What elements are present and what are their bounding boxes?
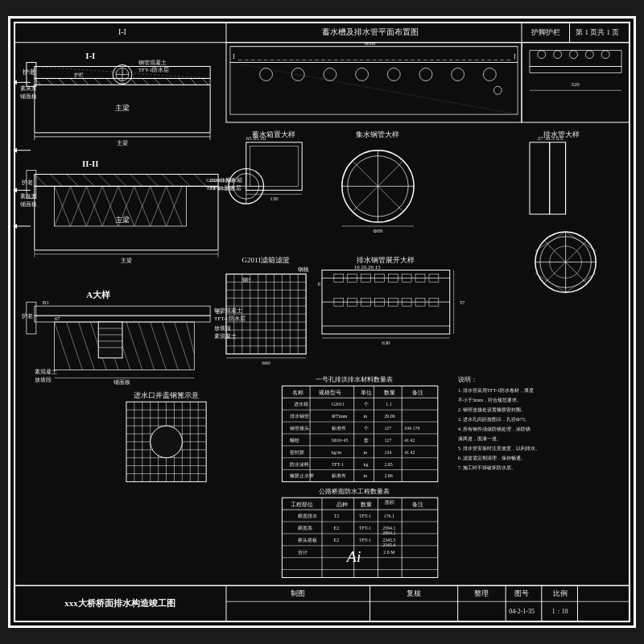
svg-text:品种: 品种 [336, 502, 348, 508]
svg-text:钢管接头: 钢管接头 [289, 425, 309, 431]
svg-text:钢板: 钢板 [297, 266, 309, 273]
svg-text:主梁: 主梁 [121, 258, 132, 264]
svg-text:规格型号: 规格型号 [319, 390, 341, 396]
svg-text:8: 8 [318, 281, 321, 287]
svg-text:复核: 复核 [407, 589, 421, 597]
svg-text:I: I [514, 53, 516, 60]
svg-text:2894.1: 2894.1 [382, 530, 395, 535]
svg-text:护脚护栏: 护脚护栏 [530, 28, 560, 36]
svg-text:桥面排水: 桥面排水 [297, 514, 317, 518]
svg-text:排水钢管: 排水钢管 [290, 414, 309, 419]
svg-text:II-II: II-II [82, 159, 99, 168]
svg-text:m: m [364, 473, 368, 478]
svg-text:备注: 备注 [412, 390, 423, 396]
svg-text:标准件: 标准件 [331, 473, 346, 478]
svg-text:G2011滤箱滤篮: G2011滤箱滤篮 [242, 256, 291, 264]
svg-text:一号孔排洪排水材料数量表: 一号孔排洪排水材料数量表 [316, 376, 393, 383]
svg-text:kg: kg [364, 462, 369, 467]
svg-text:主梁: 主梁 [115, 216, 130, 224]
svg-text:41 42: 41 42 [404, 438, 415, 443]
svg-text:面积: 面积 [385, 500, 394, 505]
svg-text:176.1: 176.1 [384, 514, 394, 518]
svg-text:kg/m: kg/m [332, 450, 342, 455]
svg-text:127: 127 [384, 426, 391, 431]
svg-text:漆两道，面漆一道。: 漆两道，面漆一道。 [458, 436, 502, 441]
svg-text:TFT-1: TFT-1 [332, 462, 344, 467]
svg-text:2.85: 2.85 [384, 462, 392, 467]
svg-text:I: I [233, 53, 235, 60]
svg-text:5. 排水管安装时注意坡度，以利排水。: 5. 排水管安装时注意坡度，以利排水。 [458, 445, 540, 451]
svg-text:螺栓: 螺栓 [290, 438, 299, 443]
svg-text:套: 套 [364, 438, 369, 443]
svg-text:2 8 M: 2 8 M [383, 550, 395, 555]
svg-text:41 42: 41 42 [404, 450, 415, 455]
svg-text:630: 630 [382, 340, 390, 346]
svg-text:1.1: 1.1 [386, 402, 391, 407]
svg-text:127: 127 [384, 438, 391, 443]
svg-text:放坡段: 放坡段 [214, 325, 231, 332]
svg-text:钢管混凝土: 钢管混凝土 [213, 308, 242, 314]
svg-text:660: 660 [262, 360, 270, 366]
svg-text:制图: 制图 [291, 589, 305, 597]
svg-rect-221 [98, 322, 122, 358]
svg-text:TFT-1: TFT-1 [359, 514, 371, 518]
svg-text:TFT-1防水层: TFT-1防水层 [138, 67, 169, 73]
svg-text:2345.6: 2345.6 [382, 543, 395, 547]
svg-text:7. 施工时不得破坏防水层。: 7. 施工时不得破坏防水层。 [458, 464, 516, 470]
svg-text:个: 个 [364, 402, 369, 407]
svg-text:G2011: G2011 [332, 402, 345, 407]
svg-text:公路桥面防水工程数量表: 公路桥面防水工程数量表 [319, 488, 390, 495]
svg-text:TFT-1防水层: TFT-1防水层 [206, 185, 233, 191]
svg-text:护老: 护老 [21, 313, 33, 320]
svg-text:素灰浆: 素灰浆 [20, 193, 37, 200]
svg-text:防水涂料: 防水涂料 [290, 462, 309, 467]
svg-text:密封胶: 密封胶 [290, 449, 304, 455]
svg-text:1. 排水管采用TFT-1防水卷材，厚度: 1. 排水管采用TFT-1防水卷材，厚度 [458, 387, 535, 393]
svg-text:图号: 图号 [514, 589, 529, 597]
svg-text:TFT-1: TFT-1 [359, 538, 371, 543]
svg-text:TFT-1: TFT-1 [359, 526, 371, 530]
svg-text:整理: 整理 [474, 589, 489, 597]
svg-text:8000: 8000 [365, 40, 376, 47]
svg-text:I-I: I-I [118, 27, 126, 36]
svg-text:蓄水槽及排水管平面布置图: 蓄水槽及排水管平面布置图 [322, 27, 419, 36]
svg-text:Φ75mm: Φ75mm [332, 414, 348, 419]
svg-text:130: 130 [270, 196, 279, 202]
svg-text:主梁: 主梁 [117, 140, 128, 147]
svg-text:67: 67 [55, 316, 60, 322]
svg-text:进水口井盖钢篦示意: 进水口井盖钢篦示意 [134, 391, 199, 399]
svg-text:素混凝土: 素混凝土 [214, 333, 237, 340]
svg-text:E2: E2 [334, 538, 340, 543]
svg-text:护栏: 护栏 [73, 72, 84, 77]
svg-text:2. 钢管连接处设置橡胶密封圈。: 2. 钢管连接处设置橡胶密封圈。 [458, 407, 526, 412]
svg-text:说明：: 说明： [458, 376, 477, 383]
svg-text:E2: E2 [334, 526, 340, 530]
svg-text:A大样: A大样 [86, 290, 111, 299]
svg-text:I-I: I-I [85, 51, 95, 60]
svg-text:Ai: Ai [345, 547, 361, 565]
svg-text:Φ89: Φ89 [373, 228, 383, 234]
svg-text:合计: 合计 [298, 550, 308, 555]
svg-text:素灰浆: 素灰浆 [20, 85, 37, 92]
svg-text:6. 滤篮需定期清理，保持畅通。: 6. 滤篮需定期清理，保持畅通。 [458, 455, 526, 460]
svg-text:比例: 比例 [553, 589, 568, 597]
svg-text:个: 个 [364, 426, 369, 431]
svg-text:工程部位: 工程部位 [291, 502, 313, 508]
svg-text:04-2-1-35: 04-2-1-35 [509, 608, 535, 615]
svg-text:钢管混凝土: 钢管混凝土 [138, 60, 167, 66]
svg-text:m: m [364, 450, 368, 455]
svg-text:橡胶止水带: 橡胶止水带 [290, 473, 314, 478]
drawing-container: I-I 蓄水槽及排水管平面布置图 护脚护栏 第 1 页共 1 页 I-I 护老 [8, 16, 636, 628]
svg-text:134: 134 [384, 450, 391, 455]
svg-text:27  38.5  9.5: 27 38.5 9.5 [538, 135, 564, 142]
svg-text:钢7: 钢7 [242, 277, 251, 283]
svg-text:桥面系: 桥面系 [297, 526, 312, 530]
svg-text:集水钢管大样: 集水钢管大样 [356, 130, 399, 138]
svg-text:主梁: 主梁 [115, 104, 130, 112]
svg-text:不小于3mm，符合规范要求。: 不小于3mm，符合规范要求。 [458, 397, 522, 402]
svg-text:320: 320 [571, 81, 580, 88]
svg-text:3. 进水孔间距按图示，孔径Φ75。: 3. 进水孔间距按图示，孔径Φ75。 [458, 416, 530, 422]
svg-text:铺面板: 铺面板 [113, 379, 130, 386]
svg-text:名称: 名称 [292, 390, 303, 396]
svg-text:进水箱: 进水箱 [294, 402, 308, 407]
